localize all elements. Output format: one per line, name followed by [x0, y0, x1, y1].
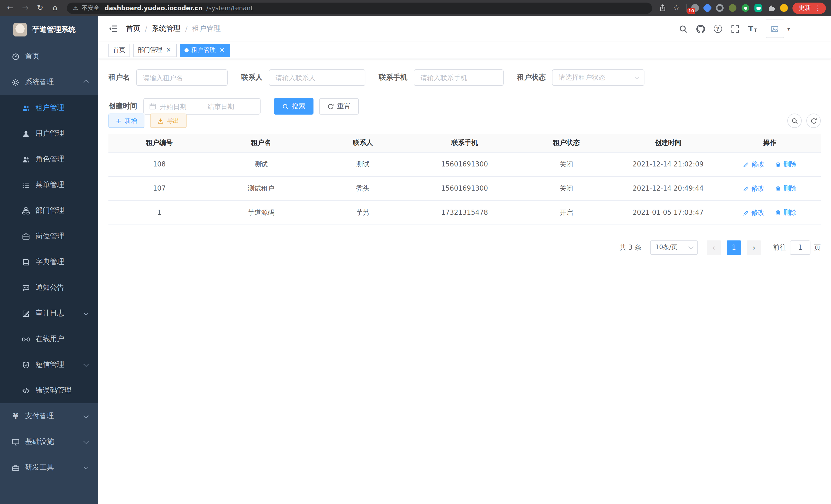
browser-menu-icon[interactable]: ⋮: [814, 4, 821, 12]
phone-cell: 15601691300: [414, 152, 515, 176]
sidebar-item-home[interactable]: 首页: [0, 44, 98, 69]
end-date-input[interactable]: [207, 102, 246, 110]
sidebar-item-user-management[interactable]: 用户管理: [0, 121, 98, 146]
share-button[interactable]: [659, 4, 666, 12]
search-button[interactable]: 搜索: [274, 98, 314, 115]
sidebar-item-online-users[interactable]: 在线用户: [0, 326, 98, 352]
edit-link[interactable]: 修改: [743, 184, 765, 193]
briefcase-icon: [22, 233, 30, 240]
security-label: 不安全: [82, 4, 99, 12]
sidebar-item-post-management[interactable]: 岗位管理: [0, 224, 98, 249]
goto-page-input[interactable]: [790, 240, 810, 255]
user-avatar-menu[interactable]: ▾: [766, 20, 790, 38]
tab-close-icon[interactable]: ×: [219, 47, 226, 54]
font-size-button[interactable]: T T: [748, 25, 757, 33]
goto-label: 前往: [773, 243, 786, 252]
chevron-down-icon: [688, 244, 693, 249]
edit-link[interactable]: 修改: [743, 159, 765, 169]
tab-dept-management[interactable]: 部门管理 ×: [133, 43, 177, 57]
extension-icon[interactable]: [742, 4, 749, 12]
sidebar-item-label: 租户管理: [35, 103, 64, 113]
sidebar-item-label: 岗位管理: [35, 232, 64, 241]
browser-update-button[interactable]: 更新 ⋮: [793, 2, 826, 13]
bookmark-star-button[interactable]: ☆: [671, 4, 682, 12]
tab-label: 首页: [113, 46, 125, 55]
tenant-name-cell: 芋道源码: [210, 200, 312, 225]
refresh-table-button[interactable]: [806, 114, 821, 128]
next-page-button[interactable]: ›: [747, 240, 761, 255]
pencil-icon: [743, 161, 749, 167]
app-logo[interactable]: 芋道管理系统: [0, 16, 98, 44]
prev-page-button[interactable]: ‹: [707, 240, 721, 255]
tab-tenant-management[interactable]: 租户管理 ×: [180, 43, 230, 57]
sidebar-item-payment-management[interactable]: ¥ 支付管理: [0, 403, 98, 429]
sidebar: 芋道管理系统 首页 系统管理 租户管理 用户管理 角色管理 菜单管理: [0, 16, 98, 504]
phone-input[interactable]: [414, 69, 504, 86]
header-search-button[interactable]: [679, 24, 687, 33]
logo-image: [13, 23, 27, 36]
extension-icon[interactable]: 10: [691, 4, 699, 12]
chevron-up-icon: [84, 80, 89, 85]
sidebar-item-audit-log[interactable]: 审计日志: [0, 301, 98, 326]
phone-cell: 15601691300: [414, 176, 515, 200]
tenant-id-cell: 1: [109, 200, 210, 225]
extension-icon[interactable]: [716, 4, 724, 12]
sidebar-item-menu-management[interactable]: 菜单管理: [0, 172, 98, 198]
sidebar-item-infrastructure[interactable]: 基础设施: [0, 429, 98, 455]
export-button-label: 导出: [167, 116, 179, 125]
profile-avatar-icon[interactable]: [780, 4, 788, 12]
toolbox-icon: [12, 464, 20, 471]
sidebar-item-role-management[interactable]: 角色管理: [0, 146, 98, 172]
add-button[interactable]: + 新增: [109, 114, 144, 128]
table-row: 1 芋道源码 芋艿 17321315478 开启 2021-01-05 17:0…: [109, 200, 821, 225]
breadcrumb-item-tenant: 租户管理: [192, 24, 221, 33]
delete-link[interactable]: 删除: [775, 159, 797, 169]
sidebar-item-label: 审计日志: [35, 309, 64, 318]
browser-home-button[interactable]: ⌂: [50, 4, 60, 12]
page-number-button[interactable]: 1: [727, 240, 741, 255]
browser-reload-button[interactable]: ↻: [35, 4, 45, 12]
tenant-name-input[interactable]: [136, 69, 228, 86]
extensions-puzzle-icon[interactable]: [767, 4, 775, 12]
created-cell: 2021-01-05 17:03:47: [617, 200, 719, 225]
address-bar[interactable]: ⚠ 不安全 dashboard.yudao.iocoder.cn/system/…: [67, 2, 652, 13]
pagination: 共 3 条 10条/页 ‹ 1 › 前往 页: [109, 240, 821, 255]
contact-input[interactable]: [269, 69, 365, 86]
tab-home[interactable]: 首页: [109, 43, 130, 57]
delete-link[interactable]: 删除: [775, 208, 797, 217]
sidebar-item-notice[interactable]: 通知公告: [0, 275, 98, 301]
status-select[interactable]: 请选择租户状态: [552, 69, 644, 86]
start-date-input[interactable]: [160, 102, 198, 110]
extension-icon[interactable]: [703, 3, 712, 13]
sidebar-item-dept-management[interactable]: 部门管理: [0, 198, 98, 224]
sidebar-item-dict-management[interactable]: 字典管理: [0, 249, 98, 275]
sidebar-item-error-code-management[interactable]: 错误码管理: [0, 378, 98, 403]
fullscreen-button[interactable]: [730, 24, 739, 33]
page-size-select[interactable]: 10条/页: [650, 240, 698, 255]
github-button[interactable]: [696, 24, 705, 33]
toggle-search-button[interactable]: [787, 114, 802, 128]
sidebar-item-system-management[interactable]: 系统管理: [0, 69, 98, 95]
sidebar-fold-button[interactable]: [103, 21, 123, 36]
sidebar-item-tenant-management[interactable]: 租户管理: [0, 95, 98, 121]
extension-icon[interactable]: [754, 4, 762, 12]
logo-title: 芋道管理系统: [32, 25, 76, 34]
create-time-label: 创建时间: [109, 102, 143, 111]
browser-back-button[interactable]: ←: [5, 4, 16, 12]
edit-link[interactable]: 修改: [743, 208, 765, 217]
export-button[interactable]: 导出: [150, 114, 186, 128]
delete-link[interactable]: 删除: [775, 184, 797, 193]
date-range-separator: -: [201, 102, 204, 110]
extension-icon[interactable]: [729, 4, 737, 12]
date-range-picker[interactable]: -: [143, 98, 261, 115]
reset-button[interactable]: 重置: [319, 98, 359, 115]
add-button-label: 新增: [125, 116, 137, 125]
breadcrumb-item-home[interactable]: 首页: [126, 24, 140, 33]
sidebar-item-sms-management[interactable]: 短信管理: [0, 352, 98, 378]
tab-close-icon[interactable]: ×: [165, 47, 172, 54]
help-button[interactable]: ?: [714, 25, 722, 33]
sidebar-item-dev-tools[interactable]: 研发工具: [0, 455, 98, 480]
browser-forward-button[interactable]: →: [20, 4, 30, 12]
font-size-large-glyph: T: [748, 25, 753, 33]
breadcrumb-item-system[interactable]: 系统管理: [152, 24, 181, 33]
